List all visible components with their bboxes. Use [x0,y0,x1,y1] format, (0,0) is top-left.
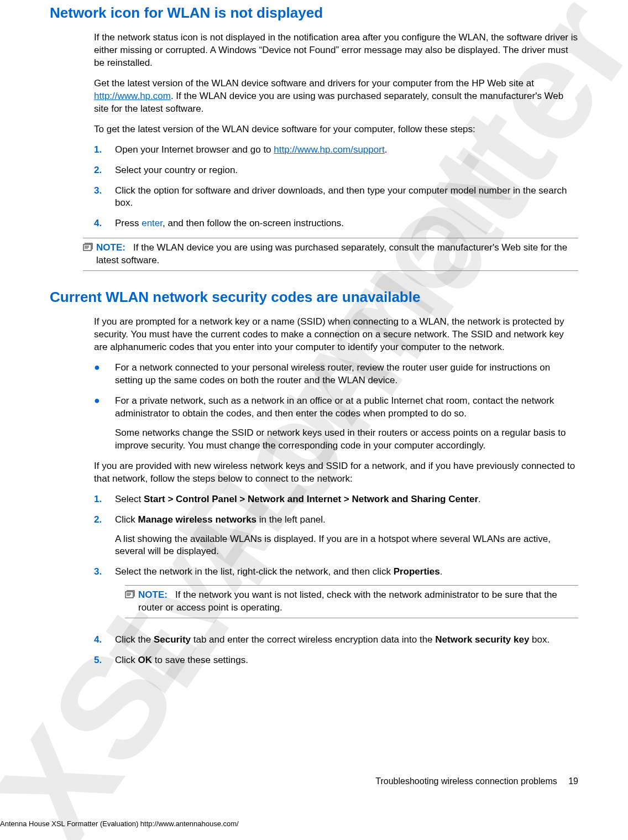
section2-bullet-2: ● For a private network, such as a netwo… [94,395,578,452]
step-bold: OK [138,655,153,665]
bullet-text: For a private network, such as a network… [115,395,578,420]
note-label: NOTE: [96,242,125,253]
step-text: Click the option for software and driver… [115,185,578,210]
section2-p2: If you are provided with new wireless ne… [94,460,578,486]
section1-p2: Get the latest version of the WLAN devic… [94,77,578,116]
section2-step-3: 3. Select the network in the list, right… [94,566,578,626]
bullet-icon: ● [94,362,115,387]
step-text-b: . [478,494,481,504]
bullet-extra: Some networks change the SSID or network… [115,427,578,452]
section1-p1: If the network status icon is not displa… [94,32,578,70]
link-hp-com[interactable]: http://www.hp.com [94,91,171,101]
section2-step-2: 2. Click Manage wireless networks in the… [94,514,578,559]
page-number: 19 [568,775,578,787]
step-text: Select your country or region. [115,164,578,177]
step-extra: A list showing the available WLANs is di… [115,533,578,559]
step-text-a: Click [115,655,138,665]
bullet-text: For a network connected to your personal… [115,362,578,387]
heading-security-codes: Current WLAN network security codes are … [50,288,578,307]
step-number: 4. [94,634,115,646]
step-number: 1. [94,493,115,506]
svg-rect-0 [83,244,91,251]
note-text: If the WLAN device you are using was pur… [96,242,567,265]
section1-p2a: Get the latest version of the WLAN devic… [94,78,534,88]
note-icon [83,242,95,267]
step-text-a: Select the network in the list, right-cl… [115,566,394,577]
key-enter: enter [142,218,163,228]
section2-step-4: 4. Click the Security tab and enter the … [94,634,578,646]
page-content: Network icon for WLAN is not displayed I… [0,3,628,667]
step-text-b: . [385,144,388,155]
step-text-a: Click [115,514,138,525]
step-text-b: tab and enter the correct wireless encry… [191,634,435,645]
bullet-icon: ● [94,395,115,452]
svg-rect-1 [125,592,133,598]
step-bold: Manage wireless networks [138,514,257,525]
step-bold: Properties [394,566,440,577]
step-number: 4. [94,217,115,230]
section2-bullets: ● For a network connected to your person… [94,362,578,452]
step-text-b: , and then follow the on-screen instruct… [163,218,344,228]
section1-body: If the network status icon is not displa… [94,32,578,230]
note-text: If the network you want is not listed, c… [138,589,557,613]
step-bold: Security [154,634,191,645]
step-text-b: . [440,566,443,577]
section2-step3-note: NOTE: If the network you want is not lis… [125,585,578,618]
section1-note: NOTE: If the WLAN device you are using w… [83,238,578,271]
step-text-b: in the left panel. [257,514,326,525]
heading-network-icon: Network icon for WLAN is not displayed [50,3,578,23]
step-bold-2: Network security key [435,634,529,645]
link-hp-support[interactable]: http://www.hp.com/support [274,144,384,155]
section2-body: If you are prompted for a network key or… [94,316,578,667]
section1-step-1: 1. Open your Internet browser and go to … [94,144,578,156]
step-text-c: box. [529,634,550,645]
step-number: 2. [94,514,115,559]
section2-step-1: 1. Select Start > Control Panel > Networ… [94,493,578,506]
section1-p3: To get the latest version of the WLAN de… [94,123,578,136]
note-icon [125,589,137,614]
section1-steps: 1. Open your Internet browser and go to … [94,144,578,231]
section2-step-5: 5. Click OK to save these settings. [94,654,578,667]
step-number: 3. [94,566,115,626]
section1-step-2: 2. Select your country or region. [94,164,578,177]
step-number: 2. [94,164,115,177]
section2-steps: 1. Select Start > Control Panel > Networ… [94,493,578,667]
step-number: 3. [94,185,115,210]
section1-step-3: 3. Click the option for software and dri… [94,185,578,210]
footer-right: Troubleshooting wireless connection prob… [375,775,578,787]
step-number: 5. [94,654,115,667]
step-number: 1. [94,144,115,156]
step-text-a: Click the [115,634,154,645]
step-text-a: Select [115,494,144,504]
note-label: NOTE: [138,589,168,600]
step-text-b: to save these settings. [152,655,248,665]
footer-section-title: Troubleshooting wireless connection prob… [375,776,557,786]
section2-bullet-1: ● For a network connected to your person… [94,362,578,387]
section2-p1: If you are prompted for a network key or… [94,316,578,354]
section1-step-4: 4. Press enter, and then follow the on-s… [94,217,578,230]
step-text-a: Open your Internet browser and go to [115,144,274,155]
step-bold: Start > Control Panel > Network and Inte… [144,494,478,504]
step-text-a: Press [115,218,142,228]
footer-bottom: Antenna House XSL Formatter (Evaluation)… [0,819,239,829]
